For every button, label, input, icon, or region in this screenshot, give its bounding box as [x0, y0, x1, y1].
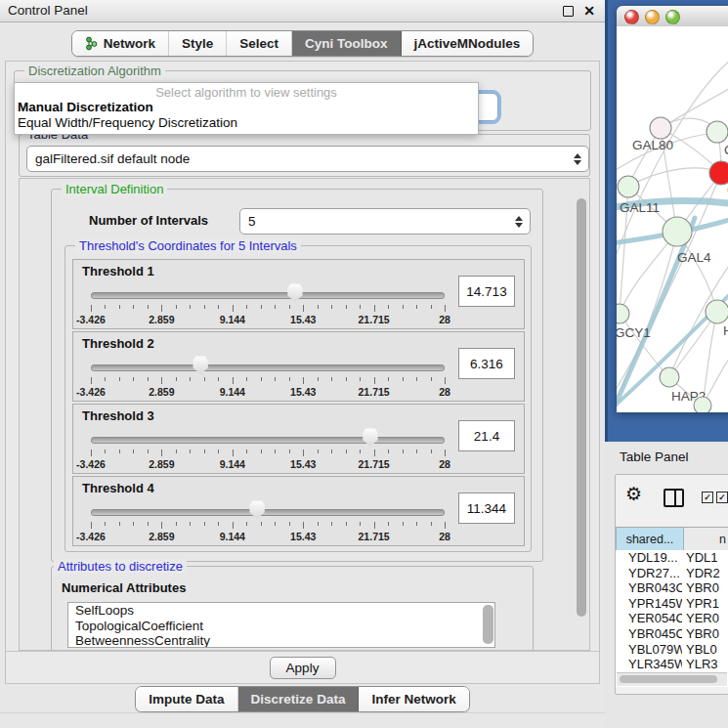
cell-shared-name: YDL19...: [616, 550, 682, 566]
apply-bar: Apply: [6, 651, 599, 683]
stepper-icon: [514, 216, 523, 228]
slider-thumb[interactable]: [193, 356, 208, 374]
threshold-slider[interactable]: -3.4262.8599.14415.4321.71528: [91, 283, 445, 326]
minimize-traffic-light-icon[interactable]: [645, 10, 660, 24]
table-row[interactable]: YER054CYER0: [616, 611, 728, 626]
tick-mark: [119, 450, 120, 453]
tick-mark: [148, 450, 149, 453]
tick-mark: [119, 305, 120, 309]
group-title: Attributes to discretize: [54, 559, 187, 574]
list-scrollbar[interactable]: [483, 605, 493, 644]
edge-curve[interactable]: [620, 314, 669, 377]
attribute-item-betweennesscentrality[interactable]: BetweennessCentrality: [68, 633, 494, 648]
tick-mark: [218, 305, 219, 309]
close-traffic-light-icon[interactable]: [624, 10, 639, 24]
option-manual-discretization[interactable]: Manual Discretization: [18, 100, 475, 114]
close-icon[interactable]: ✕: [583, 1, 595, 21]
edge-curve[interactable]: [628, 168, 721, 187]
tick-label: 21.715: [359, 314, 390, 325]
table-row[interactable]: YPR145WYPR1: [616, 596, 728, 612]
threshold-value-field[interactable]: 21.4: [458, 420, 515, 451]
tick-mark: [105, 305, 106, 309]
tick-mark: [416, 305, 417, 309]
table-row[interactable]: YBR043CYBR0: [616, 580, 728, 596]
threshold-panel-2: Threshold 2-3.4262.8599.14415.4321.71528…: [72, 331, 525, 402]
tab-style[interactable]: Style: [169, 31, 227, 56]
tab-discretize-data[interactable]: Discretize Data: [238, 687, 360, 711]
column-header-shared-name[interactable]: shared...: [616, 528, 684, 550]
float-window-icon[interactable]: [563, 6, 574, 17]
tick-mark: [261, 377, 262, 381]
checkbox-icon[interactable]: ✓: [716, 492, 728, 503]
cell-name: YLR3: [682, 657, 728, 672]
table-row[interactable]: YBL079WYBL0: [616, 642, 728, 658]
cell-name: YER0: [682, 611, 728, 626]
table-panel-title: Table Panel: [620, 450, 689, 464]
network-view-frame: GAL80GACGAL11GAL4GCY1HHAP2: [605, 0, 728, 442]
gear-icon[interactable]: ⚙: [625, 485, 642, 504]
tab-impute-data[interactable]: Impute Data: [136, 687, 237, 711]
number-of-intervals-combobox[interactable]: 5: [239, 208, 531, 235]
tick-mark: [148, 522, 149, 526]
tick-mark: [403, 377, 404, 381]
scrollbar-thumb[interactable]: [620, 675, 717, 683]
table-row[interactable]: YDR27...YDR2: [616, 566, 728, 581]
pane-scrollbar[interactable]: [577, 198, 586, 617]
checkbox-icon[interactable]: ✓: [702, 492, 713, 503]
table-row[interactable]: YDL19...YDL1: [616, 550, 728, 566]
column-header-name[interactable]: n: [684, 528, 728, 550]
network-graph: GAL80GACGAL11GAL4GCY1HHAP2: [617, 26, 728, 412]
node-ga[interactable]: [707, 121, 728, 143]
apply-button[interactable]: Apply: [270, 657, 336, 679]
tab-cyni-toolbox[interactable]: Cyni Toolbox: [292, 31, 402, 56]
tab-select[interactable]: Select: [227, 31, 292, 56]
attribute-item-selfloops[interactable]: SelfLoops: [68, 603, 494, 619]
node-unlabeled[interactable]: [694, 397, 711, 412]
number-of-intervals-label: Number of Intervals: [89, 213, 208, 228]
node-gal11[interactable]: [618, 176, 639, 197]
tab-jactivemnodules[interactable]: jActiveMNodules: [402, 31, 534, 56]
tick-mark: [204, 377, 205, 381]
cell-name: YDR2: [682, 566, 728, 581]
threshold-slider[interactable]: -3.4262.8599.14415.4321.71528: [91, 500, 445, 543]
table-row[interactable]: YLR345WYLR3: [616, 657, 728, 672]
option-equal-width-frequency[interactable]: Equal Width/Frequency Discretization: [18, 115, 475, 130]
cell-shared-name: YBR045C: [616, 626, 682, 642]
slider-thumb[interactable]: [363, 428, 378, 447]
network-canvas[interactable]: GAL80GACGAL11GAL4GCY1HHAP2: [617, 26, 728, 412]
tab-infer-network[interactable]: Infer Network: [359, 687, 468, 711]
threshold-slider[interactable]: -3.4262.8599.14415.4321.71528: [91, 428, 445, 471]
node-gcy1[interactable]: [617, 304, 629, 323]
horizontal-scrollbar[interactable]: [617, 672, 727, 686]
tick-mark: [176, 522, 177, 526]
zoom-traffic-light-icon[interactable]: [665, 10, 680, 24]
node-hap2[interactable]: [660, 367, 679, 387]
node-h[interactable]: [706, 300, 728, 323]
tick-mark: [176, 377, 177, 381]
tab-network[interactable]: Network: [72, 31, 169, 56]
tick-label: 9.144: [220, 531, 245, 542]
tick-label: 15.43: [290, 314, 316, 325]
table-row[interactable]: YBR045CYBR0: [616, 626, 728, 642]
tick-mark: [190, 305, 191, 309]
slider-thumb[interactable]: [249, 500, 265, 519]
algorithm-dropdown-popup: Select algorithm to view settings Manual…: [14, 82, 479, 135]
node-gal80[interactable]: [650, 117, 671, 139]
tick-mark: [119, 377, 120, 381]
network-window-titlebar[interactable]: [617, 6, 728, 27]
tick-mark: [346, 450, 347, 453]
threshold-value-field[interactable]: 6.316: [458, 348, 515, 379]
node-gal4[interactable]: [663, 217, 692, 246]
slider-thumb[interactable]: [287, 283, 303, 302]
threshold-slider[interactable]: -3.4262.8599.14415.4321.71528: [91, 356, 445, 399]
cell-name: YBR0: [682, 626, 728, 642]
node-c[interactable]: [709, 161, 728, 185]
columns-icon[interactable]: [664, 489, 684, 507]
tick-mark: [275, 450, 276, 453]
threshold-value-field[interactable]: 14.713: [458, 276, 515, 307]
table-data-combobox[interactable]: galFiltered.sif default node: [26, 146, 589, 172]
group-title: Discretization Algorithm: [24, 64, 165, 78]
threshold-value-field[interactable]: 11.344: [458, 492, 515, 524]
tick-mark: [374, 305, 375, 312]
attribute-item-topologicalcoefficient[interactable]: TopologicalCoefficient: [68, 619, 494, 634]
